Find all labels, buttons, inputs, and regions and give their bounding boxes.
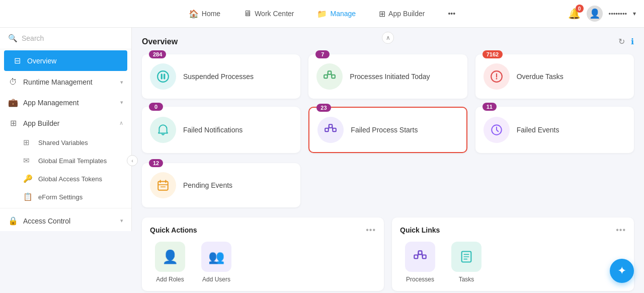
svg-rect-1	[161, 74, 163, 80]
quick-actions-section: Quick Actions ••• 👤 Add Roles 👥 Add User…	[142, 217, 384, 291]
monitor-icon: 🖥	[244, 9, 252, 18]
shared-vars-icon: ⊞	[23, 138, 33, 147]
access-control-label: Access Control	[23, 217, 115, 225]
stat-icon-processes-today	[316, 63, 343, 90]
nav-right: 🔔 0 👤 •••••••• ▾	[568, 6, 636, 22]
lock-icon: 🔒	[8, 216, 18, 226]
add-users-label: Add Users	[202, 276, 230, 283]
svg-line-6	[328, 72, 328, 77]
svg-line-25	[418, 253, 418, 257]
add-roles-label: Add Roles	[156, 276, 184, 283]
sidebar-label-app-builder: App Builder	[23, 119, 114, 127]
sidebar-item-eform-settings[interactable]: 📋 eForm Settings	[0, 188, 131, 206]
eform-settings-icon: 📋	[23, 192, 33, 201]
stat-badge-processes-today: 7	[315, 50, 330, 58]
quick-sections: Quick Actions ••• 👤 Add Roles 👥 Add User…	[142, 217, 634, 291]
sidebar-item-global-email-templates[interactable]: ✉ Global Email Templates	[0, 152, 131, 170]
stat-badge-pending: 12	[149, 159, 163, 167]
stat-label-overdue: Overdue Tasks	[517, 72, 564, 81]
pending-row: 12 Pending Events	[142, 163, 634, 207]
sidebar-item-app-management[interactable]: 💼 App Management ▾	[0, 92, 131, 113]
email-templates-icon: ✉	[23, 156, 33, 165]
stat-icon-failed-events	[484, 117, 510, 143]
fab-button[interactable]: ✦	[610, 259, 634, 283]
svg-rect-5	[332, 75, 336, 79]
nav-more[interactable]: •••	[444, 8, 459, 20]
stat-card-failed-events[interactable]: 11 Failed Events	[475, 107, 634, 153]
app-builder-icon: ⊞	[8, 118, 18, 128]
sidebar-search[interactable]: 🔍 Search	[0, 28, 131, 49]
svg-line-26	[422, 253, 423, 257]
quick-links-dots[interactable]: •••	[616, 226, 626, 235]
svg-rect-24	[423, 255, 426, 259]
sidebar: 🔍 Search ⊟ Overview ⏱ Runtime Management…	[0, 28, 132, 231]
avatar[interactable]: 👤	[587, 6, 603, 22]
sidebar-item-runtime-management[interactable]: ⏱ Runtime Management ▾	[0, 72, 131, 92]
nav-work-center[interactable]: 🖥 Work Center	[239, 7, 298, 20]
sidebar-item-access-control[interactable]: 🔒 Access Control ▾	[0, 210, 131, 231]
sidebar-divider	[0, 208, 131, 208]
stat-card-suspended-processes[interactable]: 284 Suspended Processes	[142, 54, 300, 99]
sidebar-item-app-builder[interactable]: ⊞ App Builder ∧	[0, 113, 131, 133]
nav-dots: •••	[448, 10, 455, 18]
sidebar-item-overview[interactable]: ⊟ Overview	[4, 50, 127, 71]
stat-card-failed-notifications[interactable]: 0 Failed Notifications	[142, 107, 300, 153]
quick-actions-items: 👤 Add Roles 👥 Add Users	[150, 242, 376, 283]
sidebar-label-runtime: Runtime Management	[23, 78, 115, 86]
fab-icon: ✦	[617, 264, 626, 277]
quick-actions-dots[interactable]: •••	[366, 226, 376, 235]
refresh-icon[interactable]: ↻	[618, 37, 625, 46]
nav-manage[interactable]: 📁 Manage	[313, 7, 360, 21]
overview-icon: ⊟	[12, 56, 22, 65]
sidebar-item-global-access-tokens[interactable]: 🔑 Global Access Tokens	[0, 170, 131, 188]
access-tokens-icon: 🔑	[23, 174, 33, 183]
sidebar-item-shared-variables[interactable]: ⊞ Shared Variables	[0, 133, 131, 152]
chevron-down-icon: ▾	[120, 79, 123, 86]
svg-point-0	[157, 71, 169, 82]
nav-app-builder-label: App Builder	[388, 10, 425, 18]
top-navigation: 🏠 Home 🖥 Work Center 📁 Manage ⊞ App Buil…	[0, 0, 644, 28]
stat-label-processes-today: Processes Initiated Today	[350, 72, 430, 81]
svg-line-15	[333, 126, 333, 130]
global-access-tokens-label: Global Access Tokens	[38, 175, 102, 183]
quick-link-tasks[interactable]: Tasks	[446, 242, 487, 283]
nav-app-builder[interactable]: ⊞ App Builder	[375, 7, 429, 21]
info-icon[interactable]: ℹ	[631, 37, 634, 46]
page-title: Overview	[142, 37, 178, 46]
stat-icon-failed-notif	[150, 117, 176, 143]
sidebar-wrapper: 🔍 Search ⊟ Overview ⏱ Runtime Management…	[0, 28, 132, 293]
add-roles-icon: 👤	[155, 242, 185, 272]
chevron-up-icon: ∧	[119, 120, 123, 126]
content-area: ∧ Overview ↻ ℹ 284	[132, 28, 644, 293]
nav-chevron-icon[interactable]: ▾	[633, 10, 636, 17]
nav-home[interactable]: 🏠 Home	[185, 7, 224, 21]
nav-manage-label: Manage	[330, 10, 356, 18]
svg-rect-13	[333, 128, 337, 132]
quick-link-processes[interactable]: Processes	[400, 242, 440, 283]
chevron-down-icon: ▾	[120, 99, 123, 106]
collapse-button[interactable]: ∧	[382, 32, 394, 44]
stat-card-overdue-tasks[interactable]: 7162 Overdue Tasks	[475, 54, 634, 99]
sidebar-label-overview: Overview	[27, 57, 119, 65]
stat-label-failed-starts: Failed Process Starts	[351, 126, 418, 134]
stat-card-pending-events[interactable]: 12 Pending Events	[142, 163, 300, 207]
main-body: 🔍 Search ⊟ Overview ⏱ Runtime Management…	[0, 28, 644, 293]
svg-rect-11	[325, 128, 329, 132]
stat-card-processes-today[interactable]: 7 Processes Initiated Today	[308, 54, 467, 99]
stat-badge-overdue: 7162	[482, 50, 503, 58]
grid-icon: ⊞	[379, 9, 385, 19]
quick-action-add-roles[interactable]: 👤 Add Roles	[150, 242, 190, 283]
quick-action-add-users[interactable]: 👥 Add Users	[196, 242, 236, 283]
briefcase-icon: 💼	[8, 98, 18, 107]
svg-rect-2	[164, 74, 165, 80]
shared-variables-label: Shared Variables	[38, 139, 88, 146]
content-actions: ↻ ℹ	[618, 37, 634, 46]
sidebar-toggle[interactable]: ‹	[127, 155, 138, 166]
notification-bell[interactable]: 🔔 0	[568, 8, 581, 20]
stat-grid: 284 Suspended Processes 7	[142, 54, 634, 153]
bell-badge: 0	[576, 5, 584, 13]
chevron-down-icon: ▾	[120, 217, 123, 224]
stat-card-failed-process-starts[interactable]: 23 Failed Process Starts	[308, 107, 467, 153]
tasks-icon	[451, 242, 481, 272]
stat-icon-pending	[150, 172, 176, 198]
